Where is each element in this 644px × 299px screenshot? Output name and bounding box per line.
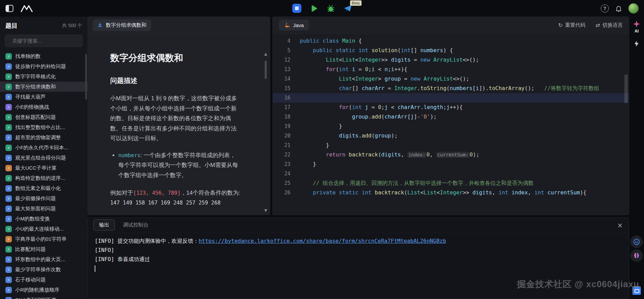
tab-debug-console[interactable]: 调试控制台: [123, 222, 148, 228]
sidebar-item[interactable]: ≡小R的随机播放顺序: [0, 285, 88, 295]
code-line[interactable]: 23 }: [273, 159, 629, 169]
sidebar-item[interactable]: ≡DNA序列编辑距离: [0, 295, 88, 299]
code-line[interactable]: 18 group.add(charArr[j]-'0');: [273, 112, 629, 122]
main-body: 题目 共 500 个 ≡找单独的数≡徒步旅行中的补给问题≡数字字符串格式化≡数字…: [0, 17, 644, 299]
avatar[interactable]: [628, 3, 639, 14]
sidebar-item-label: 找单独的数: [15, 53, 41, 60]
line-number: 12: [273, 55, 300, 65]
parameter-name: numbers: [118, 152, 140, 158]
sidebar-item[interactable]: ≡小E的怪物挑战: [0, 102, 88, 112]
bug-icon: [326, 4, 335, 13]
code-line[interactable]: 24: [273, 169, 629, 178]
feedback-link[interactable]: https://bytedance.larkoffice.com/share/b…: [198, 238, 446, 244]
ai-assistant-button[interactable]: AI: [633, 20, 641, 34]
sidebar-scrollbar[interactable]: [85, 54, 87, 100]
sidebar-item[interactable]: ≡观光景点组合得分问题: [0, 153, 88, 163]
parameter-item: numbers: 一个由多个整数字符串组成的列表，每个字符串可以视为一个数字组。…: [118, 150, 241, 180]
run-button[interactable]: [309, 4, 318, 13]
sidebar-item[interactable]: ≡小U的最大连续移动...: [0, 224, 88, 234]
line-number: 18: [273, 112, 300, 122]
sidebar-title: 题目: [5, 22, 18, 30]
code-line[interactable]: 21 }: [273, 141, 629, 150]
search-box[interactable]: [5, 35, 83, 47]
code-line[interactable]: 5 public static int solution(int[] numbe…: [273, 46, 629, 55]
sidebar-item-label: 数字字符串格式化: [15, 73, 56, 80]
tab-output[interactable]: 输出: [93, 219, 115, 231]
code-line[interactable]: 12 List<List<Integer>> digits = new Arra…: [273, 55, 629, 65]
play-icon: [309, 4, 318, 13]
sidebar-item-label: 观光景点组合得分问题: [15, 155, 66, 161]
sidebar-item[interactable]: ≡最大UCC子串计算: [0, 163, 88, 173]
sidebar-item-label: 找出整型数组中占比...: [15, 124, 65, 131]
sidebar-item-label: 徒步旅行中的补给问题: [15, 63, 66, 70]
sidebar-item[interactable]: ≡数字分组求偶数和: [0, 82, 88, 92]
tools-button[interactable]: [633, 40, 640, 47]
sidebar-item-label: 最大UCC子串计算: [15, 165, 57, 171]
line-number: 26: [273, 188, 300, 197]
sidebar-item[interactable]: ≡最少字符串操作次数: [0, 264, 88, 275]
code-line[interactable]: 25 // 组合选择，用递归、回溯的方法，从数字组中选择一个数字，并检查各位之和…: [273, 178, 629, 188]
sidebar-toggle-icon: [5, 5, 14, 12]
scroll-up-arrow[interactable]: ▲: [263, 52, 268, 56]
scroll-down-arrow[interactable]: ▼: [263, 208, 268, 213]
problem-badge[interactable]: 数字分组求偶数和: [93, 19, 151, 31]
sidebar-item[interactable]: ≡构造特定数组的逆序...: [0, 173, 88, 183]
support-button[interactable]: [630, 236, 643, 248]
sidebar-item[interactable]: ≡徒步旅行中的补给问题: [0, 61, 88, 71]
sidebar-item[interactable]: ≡最少前缀操作问题: [0, 193, 88, 204]
code-line[interactable]: 13 for(int i = 0;i < n;i++){: [273, 65, 629, 74]
editor-scrollbar-thumb[interactable]: [624, 74, 628, 103]
console-output: [INFO] 提交功能内测体验中，欢迎反馈：https://bytedance.…: [88, 233, 629, 299]
code-line[interactable]: 17 for(int j = 0;j < charArr.length;j++)…: [273, 103, 629, 112]
notifications-button[interactable]: [615, 5, 622, 12]
sidebar-item[interactable]: ≡创意标题匹配问题: [0, 112, 88, 122]
app-logo[interactable]: [20, 4, 33, 13]
center-column: 数字分组求偶数和 数字分组求偶数和 问题描述 小M面对一组从 1 到 9 的数字…: [88, 17, 629, 299]
code-line[interactable]: 15 char[] charArr = Integer.toString(num…: [273, 84, 629, 93]
language-tab[interactable]: Java: [279, 20, 309, 30]
sidebar-item[interactable]: ≡环形数组中的最大页...: [0, 254, 88, 264]
topbar-actions: Beta: [292, 4, 352, 13]
code-line[interactable]: 14 List<Integer> group = new ArrayList<>…: [273, 74, 629, 84]
sidebar-item[interactable]: ≡超市里的货物架调整: [0, 132, 88, 143]
sidebar-item[interactable]: ≡字典序最小的01字符串: [0, 234, 88, 244]
sidebar-item[interactable]: ≡小F的永久代币卡回本...: [0, 143, 88, 153]
sidebar-item[interactable]: ≡数字字符串格式化: [0, 71, 88, 82]
sidebar-item-label: 字典序最小的01字符串: [15, 236, 67, 242]
bell-icon: [615, 5, 622, 12]
problem-type-icon: ≡: [5, 266, 12, 273]
help-button[interactable]: ?: [601, 4, 609, 13]
debug-button[interactable]: [326, 4, 335, 13]
code-line[interactable]: 22 return backtrack(digits, index:0, cur…: [273, 150, 629, 159]
reset-code-button[interactable]: ↻重置代码: [558, 22, 585, 28]
stop-button[interactable]: [292, 4, 301, 13]
problem-scrollbar-thumb[interactable]: [265, 61, 267, 79]
sidebar-item[interactable]: ≡最大矩形面积问题: [0, 204, 88, 214]
problem-type-icon: ≡: [5, 124, 12, 131]
console-close-button[interactable]: ×: [617, 221, 623, 229]
sidebar-item-label: 最大矩形面积问题: [15, 206, 56, 212]
upper-panels: 数字分组求偶数和 数字分组求偶数和 问题描述 小M面对一组从 1 到 9 的数字…: [88, 17, 629, 215]
sidebar-item[interactable]: ≡找出整型数组中占比...: [0, 122, 88, 132]
sidebar-item[interactable]: ≡找单独的数: [0, 51, 88, 61]
sidebar-toggle-button[interactable]: [5, 5, 14, 12]
code-line[interactable]: 16: [273, 93, 629, 103]
code-line[interactable]: 19 }: [273, 122, 629, 131]
sidebar-item[interactable]: ≡比赛配对问题: [0, 244, 88, 254]
code-line[interactable]: 26 private static int backtrack(List<Lis…: [273, 188, 629, 197]
line-number: 22: [273, 150, 300, 159]
problem-panel: 数字分组求偶数和 数字分组求偶数和 问题描述 小M面对一组从 1 到 9 的数字…: [88, 17, 270, 215]
sidebar-item[interactable]: ≡小M的数组变换: [0, 214, 88, 224]
code-line[interactable]: 20 digits.add(group);: [273, 131, 629, 141]
sidebar-item[interactable]: ≡石子移动问题: [0, 275, 88, 285]
editor-actions: ↻重置代码 ⇄切换语言: [558, 22, 623, 28]
code-area[interactable]: 4public class Main {5 public static int …: [273, 34, 629, 215]
window-icon: [635, 289, 639, 293]
switch-language-button[interactable]: ⇄切换语言: [596, 22, 623, 28]
panel-toggle-button[interactable]: [632, 286, 642, 296]
sidebar-item[interactable]: ≡数组元素之和最小化: [0, 183, 88, 193]
code-line[interactable]: 4public class Main {: [273, 36, 629, 46]
brain-button[interactable]: [630, 250, 643, 262]
search-input[interactable]: [12, 38, 79, 44]
sidebar-item[interactable]: ≡寻找最大葫芦: [0, 92, 88, 102]
